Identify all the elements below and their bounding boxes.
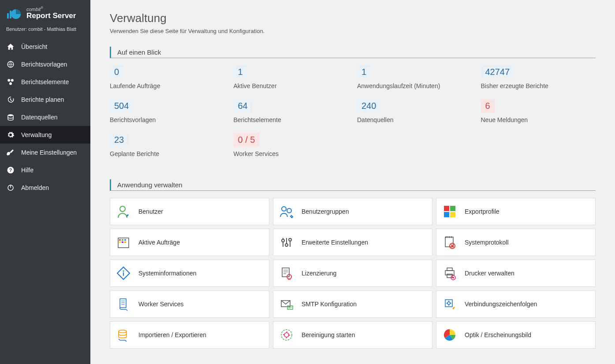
export-profiles-icon: [443, 204, 457, 219]
tile-users[interactable]: Benutzer: [110, 198, 269, 225]
tile-system-info[interactable]: Systeminformationen: [110, 260, 269, 287]
nav-label: Datenquellen: [21, 114, 58, 121]
combit-logo-icon: [6, 5, 22, 21]
nav-logout[interactable]: Abmelden: [0, 179, 90, 197]
tile-groups[interactable]: Benutzergruppen: [273, 198, 432, 225]
tiles-grid: Benutzer Benutzergruppen Exportprofile A…: [110, 198, 596, 349]
modules-icon: [6, 78, 15, 86]
sliders-icon: [280, 235, 294, 249]
connection-edit-icon: [443, 297, 457, 311]
tile-label: Aktive Aufträge: [138, 239, 180, 246]
tile-label: Benutzer: [138, 208, 163, 215]
nav-datasources[interactable]: Datenquellen: [0, 108, 90, 126]
tile-label: Verbindungszeichenfolgen: [465, 301, 537, 308]
nav-templates[interactable]: Berichtsvorlagen: [0, 56, 90, 73]
stat-value: 240: [357, 99, 380, 113]
tile-appearance[interactable]: Optik / Erscheinungsbild: [436, 321, 596, 349]
stat-value: 6: [481, 99, 495, 113]
svg-rect-18: [124, 239, 126, 241]
gear-icon: [6, 130, 15, 139]
nav: Übersicht Berichtsvorlagen Berichtseleme…: [0, 38, 90, 197]
svg-point-35: [452, 277, 454, 279]
stats-grid: 0Laufende Aufträge 1Aktive Benutzer 1Anw…: [110, 65, 596, 167]
svg-point-40: [447, 302, 450, 305]
stat-running-jobs[interactable]: 0Laufende Aufträge: [110, 65, 225, 89]
globe-icon: [6, 60, 15, 69]
tile-advanced-settings[interactable]: Erweiterte Einstellungen: [273, 229, 432, 256]
svg-rect-29: [282, 268, 289, 277]
tile-label: Benutzergruppen: [302, 208, 349, 215]
tile-worker-services[interactable]: Worker Services: [110, 290, 269, 318]
nav-label: Berichte planen: [21, 96, 64, 103]
stat-value: 42747: [481, 65, 514, 79]
nav-overview[interactable]: Übersicht: [0, 38, 90, 56]
svg-point-41: [119, 330, 127, 333]
nav-elements[interactable]: Berichtselemente: [0, 73, 90, 91]
tile-connection-strings[interactable]: Verbindungszeichenfolgen: [436, 290, 596, 318]
svg-rect-21: [124, 241, 126, 243]
tile-label: SMTP Konfiguration: [302, 301, 357, 308]
stat-uptime[interactable]: 1Anwendungslaufzeit (Minuten): [357, 65, 472, 89]
svg-rect-20: [122, 241, 123, 243]
notepad-error-icon: [443, 235, 457, 249]
stat-templates[interactable]: 504Berichtsvorlagen: [110, 99, 225, 123]
stat-messages[interactable]: 6Neue Meldungen: [481, 99, 596, 123]
section-manage-header: Anwendung verwalten: [110, 179, 596, 191]
nav-admin[interactable]: Verwaltung: [0, 126, 90, 144]
svg-rect-11: [10, 185, 11, 188]
brand-main: Report Server: [26, 12, 76, 20]
tile-cleanup[interactable]: Bereinigung starten: [273, 321, 432, 349]
pie-chart-icon: [443, 328, 457, 342]
stat-active-users[interactable]: 1Aktive Benutzer: [234, 65, 349, 89]
tile-label: Optik / Erscheinungsbild: [465, 331, 531, 338]
tile-system-log[interactable]: Systemprotokoll: [436, 229, 596, 256]
sidebar: combit® Report Server Benutzer: combit -…: [0, 0, 90, 364]
nav-plan[interactable]: Berichte planen: [0, 91, 90, 108]
history-icon: [6, 95, 15, 104]
stat-elements[interactable]: 64Berichtselemente: [234, 99, 349, 123]
stat-value: 504: [110, 99, 133, 113]
nav-help[interactable]: ? Hilfe: [0, 161, 90, 179]
stat-value: 1: [357, 65, 371, 79]
tile-printers[interactable]: Drucker verwalten: [436, 260, 596, 287]
tile-label: Drucker verwalten: [465, 270, 514, 277]
stat-datasources[interactable]: 240Datenquellen: [357, 99, 472, 123]
stat-scheduled[interactable]: 23Geplante Berichte: [110, 133, 225, 157]
svg-point-12: [120, 206, 125, 212]
svg-rect-17: [122, 239, 123, 241]
user-info: Benutzer: combit - Matthias Blatt: [0, 25, 90, 38]
page-title: Verwaltung: [110, 11, 596, 25]
document-sync-icon: [116, 297, 130, 311]
stat-label: Worker Services: [234, 150, 349, 157]
stat-label: Bisher erzeugte Berichte: [481, 82, 596, 89]
tile-license[interactable]: Lizenzierung: [273, 260, 432, 287]
svg-rect-32: [447, 268, 452, 271]
svg-rect-28: [123, 272, 124, 276]
stat-value: 0: [110, 65, 123, 79]
tile-label: Systemprotokoll: [465, 239, 509, 246]
svg-point-6: [9, 82, 12, 85]
help-icon: ?: [6, 166, 15, 175]
stat-reports-total[interactable]: 42747Bisher erzeugte Berichte: [481, 65, 596, 89]
tile-active-jobs[interactable]: Aktive Aufträge: [110, 229, 269, 256]
stat-label: Neue Meldungen: [481, 116, 596, 123]
svg-rect-16: [119, 239, 121, 241]
svg-point-23: [285, 244, 288, 246]
nav-settings[interactable]: Meine Einstellungen: [0, 144, 90, 161]
brand-sup: ®: [41, 6, 43, 9]
certificate-icon: [280, 266, 294, 280]
tile-smtp[interactable]: SMTP Konfiguration: [273, 290, 432, 318]
tile-label: Worker Services: [138, 301, 183, 308]
tile-label: Importieren / Exportieren: [138, 331, 206, 338]
svg-point-22: [282, 239, 284, 242]
svg-point-24: [289, 238, 291, 241]
tile-export[interactable]: Exportprofile: [436, 198, 596, 225]
tile-import-export[interactable]: Importieren / Exportieren: [110, 321, 269, 349]
stat-value: 64: [234, 99, 252, 113]
stat-workers[interactable]: 0 / 5Worker Services: [234, 133, 349, 157]
nav-label: Übersicht: [21, 43, 47, 50]
users-group-icon: [280, 204, 294, 219]
database-transfer-icon: [116, 328, 130, 342]
stat-label: Anwendungslaufzeit (Minuten): [357, 82, 472, 89]
main-content: Verwaltung Verwenden Sie diese Seite für…: [90, 0, 615, 364]
